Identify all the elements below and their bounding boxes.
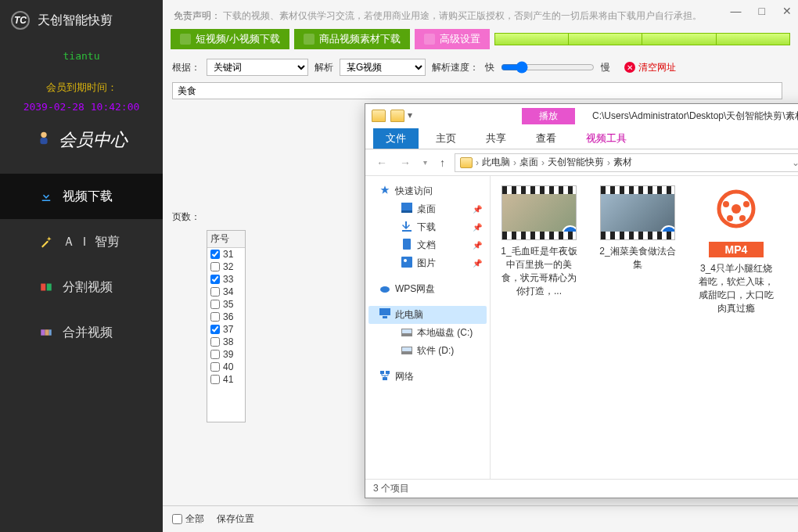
list-row[interactable]: 40 <box>207 361 245 373</box>
row-checkbox[interactable] <box>210 350 220 359</box>
crumb[interactable]: 桌面 <box>519 156 538 169</box>
svg-point-26 <box>727 215 733 221</box>
download-icon <box>401 221 412 234</box>
list-row[interactable]: 36 <box>207 311 245 323</box>
tree-wps[interactable]: WPS网盘 <box>368 280 487 298</box>
folder-icon <box>372 110 386 122</box>
tree-desktop[interactable]: 桌面📌 <box>390 200 487 218</box>
row-checkbox[interactable] <box>210 250 220 259</box>
tree-network[interactable]: 网络 <box>368 368 487 386</box>
download-icon <box>39 189 53 203</box>
video-badge-icon <box>562 225 577 240</box>
crumb[interactable]: 素材 <box>613 156 632 169</box>
network-icon <box>379 370 390 383</box>
row-checkbox[interactable] <box>210 337 220 347</box>
list-row[interactable]: 39 <box>207 348 245 361</box>
breadcrumb[interactable]: › 此电脑› 桌面› 天创智能快剪› 素材 ⌄ <box>455 153 798 172</box>
pin-icon: 📌 <box>473 259 482 268</box>
svg-rect-1 <box>40 138 47 144</box>
sidebar-item-ai[interactable]: Ａ Ｉ 智剪 <box>0 219 163 264</box>
crumb[interactable]: 天创智能快剪 <box>548 156 604 169</box>
row-number: 40 <box>223 361 233 372</box>
sidebar-item-label: Ａ Ｉ 智剪 <box>63 234 120 250</box>
tree-drive-d[interactable]: 软件 (D:) <box>390 342 487 360</box>
advanced-settings-button[interactable]: 高级设置 <box>415 29 490 49</box>
nav-up-button[interactable]: ↑ <box>437 156 448 169</box>
svg-rect-3 <box>47 284 52 291</box>
short-video-download-button[interactable]: 短视频/小视频下载 <box>171 29 289 49</box>
ribbon-tab-share[interactable]: 共享 <box>473 128 519 149</box>
row-checkbox[interactable] <box>210 275 220 284</box>
index-list: 序号 3132333435363738394041 <box>207 230 246 422</box>
star-icon <box>379 185 390 198</box>
svg-point-12 <box>380 286 390 293</box>
tree-documents[interactable]: 文档📌 <box>390 236 487 254</box>
clear-url-button[interactable]: ✕ 清空网址 <box>624 61 676 74</box>
nav-forward-button[interactable]: → <box>397 156 414 169</box>
list-row[interactable]: 35 <box>207 298 245 311</box>
row-checkbox[interactable] <box>210 300 220 309</box>
list-row[interactable]: 31 <box>207 248 245 261</box>
tree-drive-c[interactable]: 本地磁盘 (C:) <box>390 324 487 342</box>
drive-icon <box>401 346 412 357</box>
btn3-label: 高级设置 <box>440 32 480 46</box>
sidebar-item-merge[interactable]: 合并视频 <box>0 310 163 355</box>
ribbon-tab-view[interactable]: 查看 <box>523 128 569 149</box>
tree-downloads[interactable]: 下载📌 <box>390 218 487 236</box>
product-video-download-button[interactable]: 商品视频素材下载 <box>294 29 410 49</box>
root-select[interactable]: 关键词 <box>207 59 308 76</box>
list-row[interactable]: 37 <box>207 323 245 336</box>
speed-slider[interactable] <box>501 61 595 74</box>
progress-bar <box>494 33 790 45</box>
list-row[interactable]: 33 <box>207 273 245 286</box>
list-row[interactable]: 38 <box>207 336 245 348</box>
ribbon-tab-home[interactable]: 主页 <box>423 128 469 149</box>
expiry-value: 2039-02-28 10:42:00 <box>0 101 163 113</box>
nav-back-button[interactable]: ← <box>373 156 390 169</box>
ribbon-tab-file[interactable]: 文件 <box>373 128 419 149</box>
username: tiantu <box>0 50 163 62</box>
svg-point-11 <box>404 259 407 262</box>
search-input[interactable] <box>172 82 782 99</box>
row-checkbox[interactable] <box>210 287 220 297</box>
vip-center-button[interactable]: 会员中心 <box>0 128 163 152</box>
page-label: 页数： <box>172 210 207 224</box>
svg-point-23 <box>732 204 741 214</box>
ribbon-tab-video-tools[interactable]: 视频工具 <box>573 128 639 149</box>
row-checkbox[interactable] <box>210 375 220 384</box>
maximize-button[interactable]: □ <box>759 5 765 17</box>
list-row[interactable]: 34 <box>207 286 245 298</box>
minimize-button[interactable]: — <box>731 5 742 17</box>
merge-icon <box>39 325 53 340</box>
app-title: 天创智能快剪 <box>38 13 113 29</box>
row-number: 41 <box>223 374 233 385</box>
file-item[interactable]: MP4 3_4只羊小腿红烧着吃，软烂入味，咸甜吃口，大口吃肉真过瘾 <box>697 185 775 315</box>
select-all-checkbox[interactable]: 全部 <box>172 512 204 526</box>
mp4-icon <box>709 185 764 240</box>
sidebar-item-split[interactable]: 分割视频 <box>0 264 163 310</box>
file-item[interactable]: 1_毛血旺是年夜饭中百里挑一的美食，状元哥精心为你打造，... <box>500 185 578 298</box>
wand-icon <box>39 235 53 249</box>
close-button[interactable]: ✕ <box>782 5 792 17</box>
row-checkbox[interactable] <box>210 362 220 372</box>
tree-pictures[interactable]: 图片📌 <box>390 254 487 272</box>
play-tab[interactable]: 播放 <box>522 108 575 124</box>
nav-history-button[interactable]: ▾ <box>420 158 430 167</box>
tree-quick-access[interactable]: 快速访问 <box>368 182 487 200</box>
tree-this-pc[interactable]: 此电脑 <box>368 306 487 324</box>
root-label: 根据： <box>172 61 200 74</box>
row-checkbox[interactable] <box>210 262 220 271</box>
file-item[interactable]: 2_湘菜美食做法合集 <box>598 185 677 271</box>
row-checkbox[interactable] <box>210 325 220 334</box>
list-row[interactable]: 41 <box>207 373 245 386</box>
list-row[interactable]: 32 <box>207 261 245 273</box>
gear-icon <box>424 34 435 45</box>
svg-rect-16 <box>402 329 412 333</box>
parse-select[interactable]: 某G视频 <box>340 59 426 76</box>
window-controls: — □ ✕ <box>731 5 792 17</box>
row-checkbox[interactable] <box>210 312 220 322</box>
sidebar-item-download[interactable]: 视频下载 <box>0 174 163 219</box>
crumb[interactable]: 此电脑 <box>482 156 510 169</box>
video-badge-icon <box>660 225 675 240</box>
chevron-down-icon[interactable]: ⌄ <box>792 157 798 168</box>
